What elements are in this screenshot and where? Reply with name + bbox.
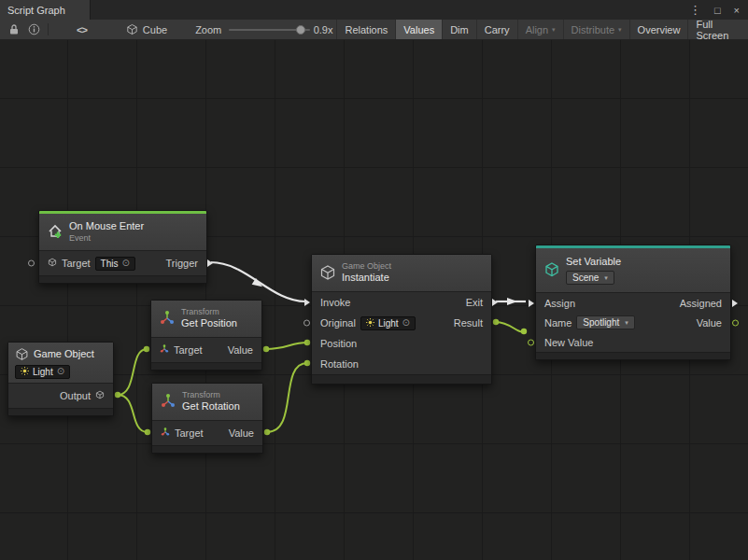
- values-button[interactable]: Values: [395, 20, 442, 39]
- carry-button[interactable]: Carry: [476, 20, 517, 39]
- dim-button[interactable]: Dim: [442, 20, 476, 39]
- node-footer: [39, 275, 206, 283]
- event-icon: [47, 223, 64, 242]
- code-icon[interactable]: <>: [77, 24, 87, 35]
- window-tab-bar: Script Graph ⋮ □ ×: [0, 0, 748, 20]
- transform-icon: [160, 393, 176, 412]
- variable-name-dropdown[interactable]: Spotlight ▾: [576, 315, 634, 329]
- toolbar-separator: [48, 23, 49, 35]
- target-object-field[interactable]: This ⊙: [95, 257, 135, 271]
- cube-icon: [126, 23, 138, 35]
- wire-flow-arrow: [507, 298, 517, 305]
- invoke-input-port[interactable]: [304, 299, 310, 306]
- assign-input-port[interactable]: [529, 300, 534, 307]
- node-get-position[interactable]: Transform Get Position Target Value: [150, 300, 262, 371]
- value-port-label: Value: [229, 427, 254, 439]
- overview-button[interactable]: Overview: [629, 20, 688, 39]
- light-icon: [21, 367, 29, 377]
- chevron-down-icon: ▾: [625, 319, 628, 326]
- result-port-label: Result: [454, 317, 483, 329]
- object-picker-icon[interactable]: ⊙: [121, 259, 129, 268]
- node-title: Set Variable: [566, 256, 621, 269]
- node-title: Get Rotation: [182, 400, 240, 413]
- graph-target-indicator[interactable]: Cube: [126, 23, 167, 35]
- zoom-slider[interactable]: [229, 23, 309, 36]
- name-port-label: Name: [544, 317, 572, 329]
- original-object-field[interactable]: Light ⊙: [360, 316, 416, 330]
- align-button[interactable]: Align ▾: [517, 20, 563, 39]
- rotation-port-label: Rotation: [320, 358, 359, 370]
- transform-type-icon: [160, 344, 169, 356]
- fullscreen-button[interactable]: Full Screen: [687, 20, 748, 39]
- wire-output-to-getposition: [118, 349, 147, 395]
- assigned-port-label: Assigned: [680, 298, 722, 309]
- node-footer: [152, 445, 262, 453]
- object-picker-icon[interactable]: ⊙: [57, 367, 64, 376]
- wire-output-to-getrotation: [118, 395, 148, 432]
- graph-toolbar: <> Cube Zoom 0.9x Relations Values Dim C…: [0, 20, 748, 40]
- transform-type-icon: [161, 427, 170, 439]
- target-port-label: Target: [174, 344, 203, 356]
- graph-canvas[interactable]: On Mouse Enter Event Target This ⊙ Trigg…: [0, 40, 748, 560]
- maximize-icon[interactable]: □: [714, 5, 721, 16]
- relations-button[interactable]: Relations: [336, 20, 395, 39]
- node-category: Game Object: [342, 261, 391, 272]
- zoom-value: 0.9x: [314, 24, 333, 35]
- original-input-port[interactable]: [303, 320, 310, 327]
- node-subtitle: Event: [69, 233, 144, 244]
- exit-port-label: Exit: [466, 297, 483, 308]
- node-footer: [536, 352, 730, 359]
- invoke-port-label: Invoke: [320, 297, 350, 308]
- output-port-label: Output: [60, 390, 91, 401]
- node-category: Transform: [181, 307, 237, 317]
- close-icon[interactable]: ×: [734, 5, 740, 16]
- object-picker-icon[interactable]: ⊙: [402, 318, 410, 328]
- variable-icon: [543, 261, 560, 280]
- value-output-port[interactable]: [732, 319, 739, 326]
- light-icon: [366, 318, 374, 329]
- position-port-label: Position: [320, 338, 357, 349]
- target-input-port[interactable]: [28, 260, 35, 267]
- gameobject-type-icon: [95, 390, 105, 401]
- gameobject-object-field[interactable]: Light ⊙: [15, 365, 70, 379]
- lock-icon[interactable]: [8, 23, 20, 35]
- node-footer: [8, 408, 113, 415]
- window-menu-icon[interactable]: ⋮: [689, 3, 701, 17]
- node-on-mouse-enter[interactable]: On Mouse Enter Event Target This ⊙ Trigg…: [38, 210, 207, 284]
- value-port-label: Value: [697, 317, 722, 329]
- wire-result-to-newvalue: [496, 322, 524, 331]
- window-controls: ⋮ □ ×: [689, 0, 748, 20]
- node-title: Game Object: [34, 348, 94, 361]
- zoom-slider-knob[interactable]: [296, 25, 305, 35]
- tab-script-graph[interactable]: Script Graph: [0, 0, 91, 20]
- node-footer: [151, 362, 261, 370]
- node-category: Transform: [182, 390, 240, 400]
- distribute-button[interactable]: Distribute ▾: [563, 20, 629, 39]
- wire-value-to-rotation: [267, 363, 307, 432]
- trigger-output-port[interactable]: [207, 259, 213, 267]
- toolbar-button-group: Relations Values Dim Carry Align ▾ Distr…: [336, 20, 748, 39]
- new-value-input-port[interactable]: [528, 339, 534, 345]
- node-game-object[interactable]: Game Object Light ⊙ Output: [7, 342, 114, 416]
- tab-title: Script Graph: [7, 5, 65, 16]
- graph-target-label: Cube: [143, 24, 167, 35]
- target-port-label: Target: [62, 258, 91, 269]
- gameobject-type-icon: [48, 258, 57, 269]
- assign-port-label: Assign: [544, 298, 575, 309]
- original-port-label: Original: [320, 317, 356, 329]
- node-instantiate[interactable]: Game Object Instantiate Invoke Exit Orig…: [311, 254, 492, 385]
- variable-scope-dropdown[interactable]: Scene ▾: [566, 271, 614, 285]
- node-get-rotation[interactable]: Transform Get Rotation Target Value: [151, 383, 263, 454]
- info-icon[interactable]: [28, 23, 40, 35]
- exit-output-port[interactable]: [492, 299, 498, 306]
- gameobject-icon: [319, 264, 336, 283]
- node-set-variable[interactable]: Set Variable Scene ▾ Assign Assigned Nam…: [535, 245, 731, 360]
- node-footer: [312, 374, 491, 384]
- zoom-label: Zoom: [195, 24, 221, 35]
- wire-value-to-position: [266, 343, 307, 349]
- assigned-output-port[interactable]: [732, 300, 738, 307]
- gameobject-icon: [15, 347, 29, 363]
- transform-icon: [159, 310, 176, 329]
- value-port-label: Value: [228, 344, 253, 356]
- chevron-down-icon: ▾: [618, 26, 622, 33]
